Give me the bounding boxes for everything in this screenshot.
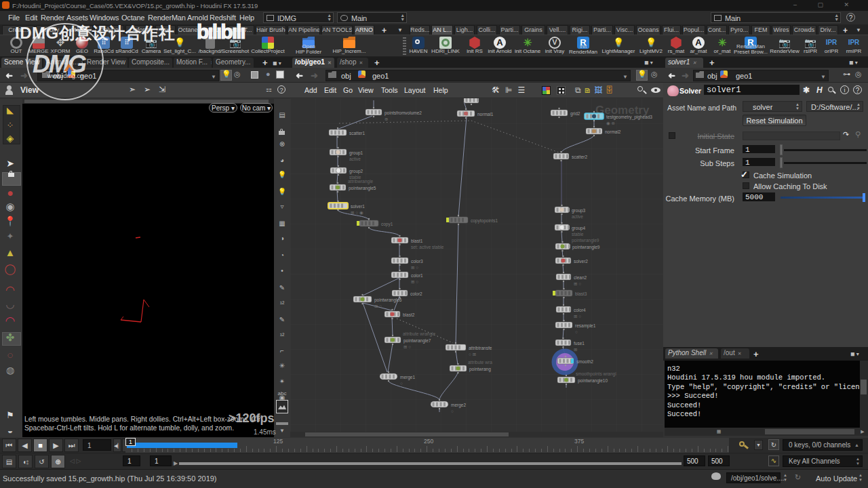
svg-text:⊕: ⊕ <box>384 117 388 121</box>
svg-text:color3: color3 <box>411 259 423 264</box>
svg-text:pointwrangle9: pointwrangle9 <box>572 245 600 250</box>
svg-text:⊞ ○ ◉: ⊞ ○ ◉ <box>351 210 363 215</box>
svg-text:solver1: solver1 <box>351 204 365 209</box>
svg-text:pointwrang: pointwrang <box>469 367 491 372</box>
svg-text:scatter1: scatter1 <box>349 131 366 136</box>
svg-text:pointwrangle9: pointwrangle9 <box>572 238 599 243</box>
svg-text:⊞ ○: ⊞ ○ <box>411 265 418 270</box>
svg-text:blast2: blast2 <box>403 312 415 317</box>
svg-text:pointwrangle10: pointwrangle10 <box>578 378 608 384</box>
svg-text:grid2: grid2 <box>570 111 580 117</box>
svg-text:merge1: merge1 <box>400 375 415 380</box>
svg-text:resample1: resample1 <box>575 323 596 329</box>
svg-text:attribwrangle: attribwrangle <box>348 179 374 184</box>
svg-text:merge2: merge2 <box>451 403 466 408</box>
svg-text:◉ ⊚: ◉ ⊚ <box>606 121 615 125</box>
svg-text:○: ○ <box>451 409 454 413</box>
svg-text:copytopoints1: copytopoints1 <box>471 218 498 224</box>
svg-text:⊞ ○: ⊞ ○ <box>574 314 581 319</box>
svg-text:attribtransfe: attribtransfe <box>469 346 492 350</box>
svg-text:clean2: clean2 <box>574 275 587 280</box>
svg-text:set: active stable: set: active stable <box>411 245 444 249</box>
svg-text:group4: group4 <box>572 226 586 231</box>
svg-text:active: active <box>349 157 361 161</box>
svg-text:group3: group3 <box>572 208 586 214</box>
svg-text:⊞ ○: ⊞ ○ <box>403 344 411 349</box>
svg-text:pointwrangle5: pointwrangle5 <box>349 186 376 191</box>
svg-text:blast3: blast3 <box>575 291 587 296</box>
svg-text:copy1: copy1 <box>381 222 393 227</box>
svg-text:⊞ ○: ⊞ ○ <box>411 279 418 284</box>
svg-text:pointwrangle6: pointwrangle6 <box>374 298 402 303</box>
svg-text:smoothpoints wrangl: smoothpoints wrangl <box>576 371 616 377</box>
svg-text:attribute wra: attribute wra <box>468 360 492 365</box>
svg-text:fuse1: fuse1 <box>574 341 585 346</box>
svg-text:⊞: ⊞ <box>574 347 577 352</box>
svg-text:color2: color2 <box>410 291 422 296</box>
svg-text:active: active <box>572 214 583 219</box>
svg-text:color4: color4 <box>574 308 586 312</box>
svg-text:pointsfromvolume2: pointsfromvolume2 <box>384 110 422 116</box>
svg-text:○ ⊞: ○ ⊞ <box>469 352 476 357</box>
svg-text:solver2: solver2 <box>574 259 588 264</box>
svg-text:smooth2: smooth2 <box>576 359 593 364</box>
svg-text:⊞ ○: ⊞ ○ <box>574 281 581 286</box>
svg-text:○: ○ <box>575 329 578 334</box>
svg-text:normal1: normal1 <box>477 112 494 117</box>
svg-text:○: ○ <box>400 381 403 386</box>
svg-text:normal2: normal2 <box>605 129 621 134</box>
svg-text:⊞ ○: ⊞ ○ <box>374 304 382 308</box>
svg-text:attribute wrangle: attribute wrangle <box>403 331 435 337</box>
svg-text:stable: stable <box>572 232 584 237</box>
svg-text:group1: group1 <box>349 150 363 156</box>
svg-text:scatter2: scatter2 <box>572 155 588 159</box>
svg-text:pointwrangle7: pointwrangle7 <box>403 338 431 344</box>
svg-text:group2: group2 <box>349 169 363 174</box>
svg-text:color1: color1 <box>411 273 423 278</box>
svg-text:blast1: blast1 <box>411 239 423 243</box>
